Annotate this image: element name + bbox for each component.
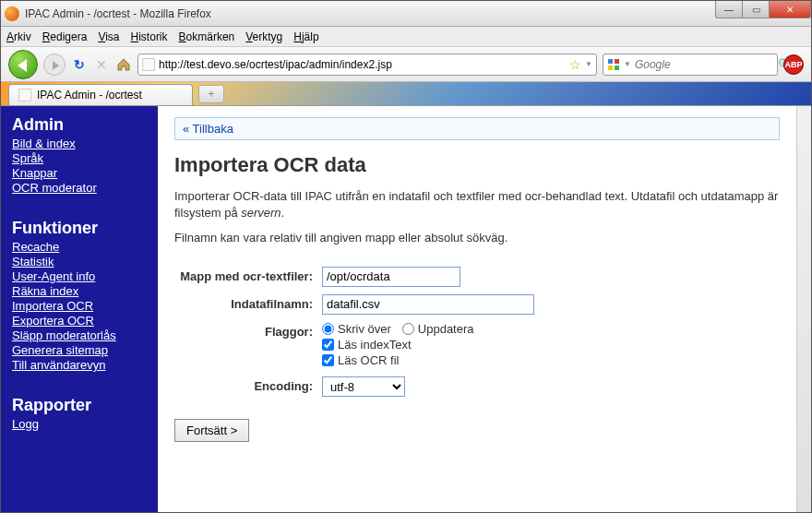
stop-button[interactable]: ✕ [93,56,110,73]
reload-button[interactable]: ↻ [71,56,88,73]
back-link-box: « Tillbaka [174,117,780,140]
radio-overwrite-label: Skriv över [338,322,391,336]
tab-ipac-admin[interactable]: IPAC Admin - /ocrtest [8,84,193,105]
svg-rect-2 [608,66,613,70]
sidebar: Admin Bild & index Språk Knappar OCR mod… [1,106,158,512]
tab-title: IPAC Admin - /ocrtest [37,89,142,101]
file-label: Indatafilnamn: [174,294,322,311]
sidebar-item-useragent[interactable]: User-Agent info [12,269,147,283]
search-engine-dropdown-icon[interactable]: ▼ [624,60,631,68]
menu-visa[interactable]: Visa [98,30,119,43]
svg-rect-0 [608,59,613,64]
menu-bokmarken[interactable]: Bokmärken [179,30,235,43]
firefox-icon [5,6,19,21]
check-ocrfile[interactable] [322,354,334,366]
sidebar-item-knappar[interactable]: Knappar [12,166,147,180]
main-content: « Tillbaka Importera OCR data Importerar… [158,106,796,512]
check-ocrfile-label: Läs OCR fil [338,353,399,367]
svg-rect-1 [615,59,619,64]
check-indextext[interactable] [322,339,334,351]
menu-redigera[interactable]: Redigera [42,30,88,43]
home-button[interactable] [115,56,132,73]
menu-historik[interactable]: Historik [131,30,168,43]
intro-paragraph-2: Filnamn kan vara relativ till angiven ma… [174,230,780,246]
check-indextext-label: Läs indexText [338,338,412,352]
minimize-button[interactable]: — [715,1,743,18]
page-icon [142,58,155,71]
radio-overwrite[interactable] [322,323,334,335]
bookmark-star-icon[interactable]: ☆ [569,57,581,72]
sidebar-heading-funktioner: Funktioner [12,219,147,238]
maximize-button[interactable]: ▭ [742,1,770,18]
encoding-select[interactable]: utf-8 [322,376,405,397]
tab-page-icon [18,89,31,101]
google-icon [607,58,620,71]
dir-label: Mapp med ocr-textfiler: [174,267,322,283]
close-button[interactable]: ✕ [769,1,811,18]
window-title: IPAC Admin - /ocrtest - Mozilla Firefox [25,7,211,20]
file-input[interactable] [322,294,534,315]
sidebar-item-ocr-moderator[interactable]: OCR moderator [12,181,147,195]
sidebar-heading-admin: Admin [12,115,147,135]
back-button[interactable] [8,50,38,79]
sidebar-item-recache[interactable]: Recache [12,240,147,254]
new-tab-button[interactable]: + [198,85,224,103]
url-bar[interactable]: ☆ ▼ [137,54,597,76]
encoding-label: Encoding: [174,376,322,393]
radio-update-label: Uppdatera [418,322,474,336]
sidebar-item-importera-ocr[interactable]: Importera OCR [12,299,147,313]
tabstrip: IPAC Admin - /ocrtest + [1,82,811,106]
sidebar-item-statistik[interactable]: Statistik [12,255,147,268]
search-box[interactable]: ▼ 🔍 [603,54,778,76]
menu-verktyg[interactable]: Verktyg [245,30,282,43]
sidebar-item-slapp-moderatorlas[interactable]: Släpp moderatorlås [12,328,147,342]
sidebar-item-sprak[interactable]: Språk [12,151,147,165]
titlebar: IPAC Admin - /ocrtest - Mozilla Firefox … [1,1,811,27]
page-title: Importera OCR data [174,153,780,177]
toolbar: ↻ ✕ ☆ ▼ ▼ 🔍 ABP [1,47,811,82]
sidebar-item-till-anvandarevyn[interactable]: Till användarevyn [12,358,147,372]
adblock-icon[interactable]: ABP [783,54,804,75]
intro-paragraph-1: Importerar OCR-data till IPAC utifrån en… [174,188,780,221]
url-input[interactable] [159,58,566,71]
menubar: Arkiv Redigera Visa Historik Bokmärken V… [1,27,811,47]
sidebar-heading-rapporter: Rapporter [12,396,147,415]
flags-label: Flaggor: [174,322,322,339]
menu-hjalp[interactable]: Hjälp [293,30,318,43]
sidebar-item-exportera-ocr[interactable]: Exportera OCR [12,314,147,328]
sidebar-item-rakna-index[interactable]: Räkna index [12,284,147,298]
menu-arkiv[interactable]: Arkiv [6,30,31,43]
scrollbar[interactable] [796,106,811,512]
dir-input[interactable] [322,267,460,287]
sidebar-item-logg[interactable]: Logg [12,417,147,431]
url-dropdown-icon[interactable]: ▼ [585,60,592,68]
sidebar-item-bild-index[interactable]: Bild & index [12,137,147,150]
radio-update[interactable] [402,323,414,335]
sidebar-item-generera-sitemap[interactable]: Generera sitemap [12,343,147,357]
back-link[interactable]: « Tillbaka [183,122,233,136]
svg-rect-3 [615,66,619,70]
search-input[interactable] [635,58,774,71]
submit-button[interactable]: Fortsätt > [174,419,249,442]
forward-button[interactable] [43,54,66,76]
import-form: Mapp med ocr-textfiler: Indatafilnamn: F… [174,267,780,397]
